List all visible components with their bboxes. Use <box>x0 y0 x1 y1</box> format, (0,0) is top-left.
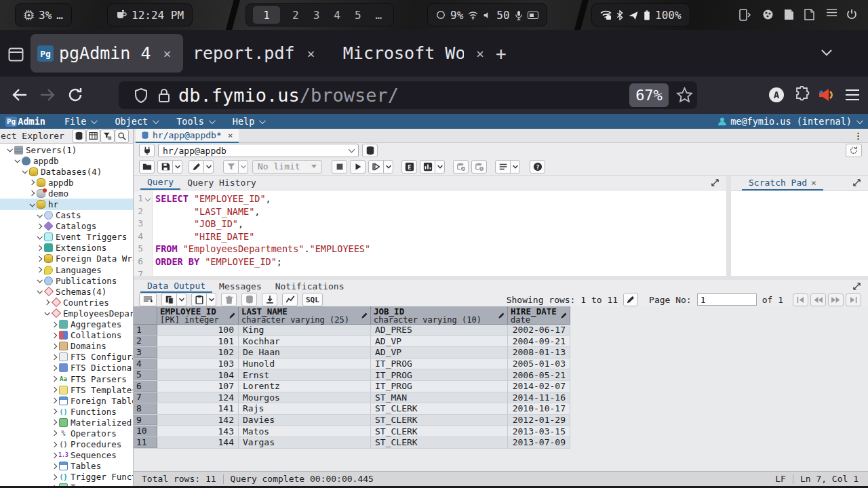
save-button[interactable] <box>157 160 173 174</box>
edit-range-button[interactable] <box>623 293 638 306</box>
color-profile-icon[interactable] <box>762 9 774 20</box>
object-explorer-search-button[interactable] <box>115 129 129 143</box>
grid-row[interactable]: 6107LorentzIT_PROG2014-02-07 <box>134 381 570 392</box>
extension-megaphone-icon[interactable] <box>817 86 835 104</box>
browser-tab[interactable]: Microsoft Wo× <box>334 34 484 73</box>
phone-link-icon[interactable] <box>739 9 751 21</box>
download-button[interactable] <box>262 293 277 306</box>
document2-tray-icon[interactable] <box>804 9 814 20</box>
chevron-down-icon[interactable] <box>5 148 13 152</box>
grid-cell[interactable]: 2008-01-13 <box>508 347 570 358</box>
grid-row[interactable]: 5104ErnstIT_PROG2006-05-21 <box>134 369 570 381</box>
chevron-down-icon[interactable] <box>13 159 20 163</box>
tree-item-event-triggers[interactable]: Event Triggers <box>0 232 133 243</box>
bookmark-star-icon[interactable] <box>676 87 693 104</box>
chevron-right-icon[interactable] <box>35 246 43 250</box>
grid-cell[interactable]: IT_PROG <box>371 369 508 380</box>
tree-item-databases-4-[interactable]: Databases(4) <box>0 166 133 177</box>
grid-cell[interactable]: 141 <box>157 403 239 414</box>
row-number-cell[interactable]: 2 <box>134 336 157 347</box>
graph-visualiser-button[interactable] <box>282 293 298 306</box>
chevron-right-icon[interactable] <box>50 355 58 359</box>
chevron-down-icon[interactable] <box>35 214 43 218</box>
first-page-button[interactable] <box>793 293 808 306</box>
grid-cell[interactable]: ST_MAN <box>371 392 508 403</box>
grid-cell[interactable]: Vargas <box>239 437 371 448</box>
grid-cell[interactable]: De Haan <box>239 347 371 358</box>
results-tab-notifications[interactable]: Notifications <box>269 280 351 293</box>
row-number-cell[interactable]: 11 <box>134 437 157 448</box>
grid-cell[interactable]: 2012-01-29 <box>508 415 570 426</box>
app-menu-icon[interactable] <box>845 88 860 102</box>
grid-cell[interactable]: Mourgos <box>239 392 371 403</box>
explain-analyze-button[interactable] <box>420 160 435 174</box>
tree-item-schemas-4-[interactable]: Schemas(4) <box>0 286 133 297</box>
chevron-right-icon[interactable] <box>50 431 58 435</box>
grid-cell[interactable]: AD_VP <box>371 347 508 358</box>
tree-item-extensions[interactable]: Extensions <box>0 243 133 253</box>
cpu-indicator[interactable]: 3% … <box>15 3 72 26</box>
expand-data-output-icon[interactable] <box>852 282 861 291</box>
edit-column-icon[interactable] <box>361 312 368 319</box>
filter-button[interactable] <box>223 160 239 174</box>
explain-button[interactable]: E <box>401 160 417 174</box>
save-options-chevron[interactable] <box>172 160 182 174</box>
row-number-cell[interactable]: 4 <box>134 359 157 369</box>
prev-page-button[interactable] <box>810 293 826 306</box>
workspace-item[interactable]: 4 <box>334 9 340 22</box>
tab-close-icon[interactable]: × <box>476 45 484 62</box>
workspace-active[interactable]: 1 <box>253 6 280 24</box>
column-header-job_id[interactable]: JOB_IDcharacter varying (10) <box>371 306 508 325</box>
row-number-cell[interactable]: 8 <box>134 403 157 414</box>
power-icon[interactable] <box>846 9 857 20</box>
add-row-button[interactable] <box>139 293 157 306</box>
sql-editor[interactable]: 1234567 SELECT "EMPLOYEE_ID", "LAST_NAME… <box>134 190 726 276</box>
query-tool-doc-tab[interactable]: hr/app@appdb* × <box>136 129 239 143</box>
grid-cell[interactable]: 143 <box>157 426 239 436</box>
menu-object[interactable]: Object <box>115 116 157 127</box>
connectivity-widget[interactable]: 100% <box>591 3 690 26</box>
grid-cell[interactable]: 2013-03-15 <box>508 426 570 436</box>
open-file-button[interactable] <box>139 160 155 174</box>
tree-item-tables[interactable]: Tables <box>0 461 133 472</box>
last-page-button[interactable] <box>846 293 861 306</box>
grid-cell[interactable]: Kochhar <box>239 336 371 347</box>
tree-item-publications[interactable]: Publications <box>0 275 133 286</box>
grid-row[interactable]: 7124MourgosST_MAN2014-11-16 <box>134 392 570 404</box>
grid-cell[interactable]: 103 <box>157 359 239 369</box>
grid-cell[interactable]: 2014-02-07 <box>508 381 570 392</box>
edit-column-icon[interactable] <box>498 312 505 319</box>
chevron-down-icon[interactable] <box>28 203 35 207</box>
column-header-hire_date[interactable]: HIRE_DATEdate <box>508 306 570 325</box>
row-number-cell[interactable]: 1 <box>134 325 157 336</box>
account-menu[interactable]: me@fymio.us (internal) <box>717 116 861 127</box>
rollback-button[interactable] <box>471 160 487 174</box>
grid-cell[interactable]: 2004-09-21 <box>508 336 570 347</box>
chevron-right-icon[interactable] <box>50 475 58 479</box>
object-explorer-grid-button[interactable] <box>86 129 100 143</box>
grid-row[interactable]: 4103HunoldIT_PROG2005-01-03 <box>134 359 570 370</box>
tree-item-foreign-tables[interactable]: Foreign Tables <box>0 395 133 406</box>
shield-icon[interactable] <box>134 87 149 104</box>
tab-close-icon[interactable]: × <box>163 45 171 62</box>
tree-item-appdb[interactable]: appdb <box>0 155 133 166</box>
row-number-cell[interactable]: 9 <box>134 415 157 426</box>
page-number-input[interactable]: 1 <box>697 293 757 306</box>
tree-item-fts-dictionaries[interactable]: FTS Dictionaries <box>0 363 133 373</box>
chevron-down-icon[interactable] <box>35 279 43 283</box>
row-limit-select[interactable]: No limit <box>252 160 322 174</box>
execute-button[interactable] <box>350 160 366 174</box>
execute-script-button[interactable] <box>368 160 384 174</box>
grid-row[interactable]: 8141RajsST_CLERK2010-10-17 <box>134 403 570 415</box>
help-button[interactable]: ? <box>530 160 545 174</box>
workspace-item[interactable]: 5 <box>355 9 361 22</box>
tree-item-hr[interactable]: hr <box>0 199 133 209</box>
vertical-splitter[interactable] <box>726 176 731 276</box>
grid-cell[interactable]: 2013-07-09 <box>508 437 570 448</box>
tree-item-functions[interactable]: ()Functions <box>0 406 133 417</box>
chevron-right-icon[interactable] <box>35 268 43 272</box>
chevron-right-icon[interactable] <box>50 366 58 370</box>
tree-item-casts[interactable]: Casts <box>0 210 133 221</box>
doc-tab-close-icon[interactable]: × <box>228 130 233 140</box>
connection-select[interactable]: hr/app@appdb <box>158 144 359 157</box>
